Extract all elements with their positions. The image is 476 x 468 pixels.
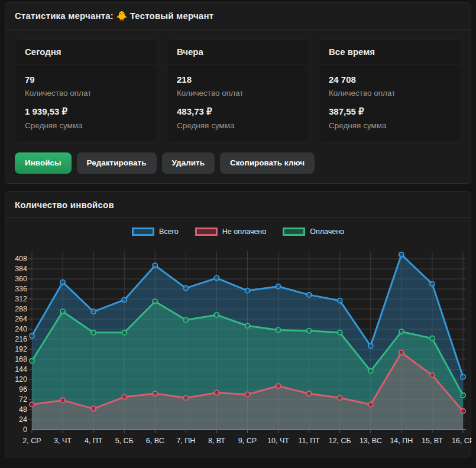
svg-text:72: 72 — [19, 395, 27, 404]
stat-card-title: Все время — [319, 40, 461, 64]
stat-card-title: Вчера — [167, 40, 309, 64]
svg-text:16, СР: 16, СР — [452, 437, 472, 445]
stat-card-title: Сегодня — [15, 40, 157, 64]
svg-text:4, ПТ: 4, ПТ — [85, 437, 103, 445]
svg-text:264: 264 — [15, 315, 27, 323]
copy-key-button[interactable]: Скопировать ключ — [220, 152, 315, 174]
page-title: Статистика мерчанта: — [15, 11, 116, 21]
svg-text:24: 24 — [19, 415, 27, 424]
svg-text:2, СР: 2, СР — [22, 437, 41, 445]
svg-text:216: 216 — [15, 335, 27, 343]
stat-card-all-time: Все время 24 708 Количество оплат 387,55… — [319, 39, 461, 143]
svg-text:9, СР: 9, СР — [238, 437, 257, 445]
average-amount-label: Средняя сумма — [177, 121, 299, 130]
svg-text:96: 96 — [19, 385, 27, 394]
svg-text:336: 336 — [15, 285, 27, 293]
svg-text:7, ПН: 7, ПН — [176, 437, 195, 445]
average-amount: 387,55 ₽ — [329, 106, 451, 117]
legend-item-0[interactable]: Всего — [132, 228, 179, 236]
stat-card-today: Сегодня 79 Количество оплат 1 939,53 ₽ С… — [15, 39, 157, 143]
svg-text:120: 120 — [15, 375, 27, 384]
svg-text:312: 312 — [15, 295, 27, 303]
stat-cards-row: Сегодня 79 Количество оплат 1 939,53 ₽ С… — [15, 39, 461, 143]
svg-text:6, ВС: 6, ВС — [146, 437, 164, 445]
svg-text:0: 0 — [23, 425, 27, 434]
svg-text:14, ПН: 14, ПН — [390, 437, 413, 445]
svg-text:288: 288 — [15, 305, 27, 313]
invoice-chart-panel: Количество инвойсов ВсегоНе оплаченоОпла… — [5, 191, 471, 457]
legend-label: Всего — [159, 228, 179, 236]
merchant-name: 🐥 Тестовый мерчант — [116, 11, 213, 21]
legend-swatch — [132, 228, 154, 236]
payments-count: 218 — [177, 74, 299, 84]
average-amount: 1 939,53 ₽ — [25, 106, 147, 117]
svg-text:5, СБ: 5, СБ — [115, 437, 134, 445]
svg-text:15, ВТ: 15, ВТ — [422, 437, 443, 445]
svg-text:168: 168 — [15, 355, 27, 363]
svg-text:48: 48 — [19, 405, 27, 414]
svg-text:12, СБ: 12, СБ — [329, 437, 351, 445]
legend-swatch — [283, 228, 305, 236]
svg-text:192: 192 — [15, 345, 27, 353]
invoices-button[interactable]: Инвойсы — [15, 152, 72, 174]
payments-count-label: Количество оплат — [329, 89, 451, 98]
svg-text:384: 384 — [15, 265, 27, 273]
svg-text:10, ЧТ: 10, ЧТ — [267, 437, 289, 445]
payments-count: 79 — [25, 74, 147, 84]
svg-text:11, ПТ: 11, ПТ — [298, 437, 320, 445]
merchant-stats-body: Сегодня 79 Количество оплат 1 939,53 ₽ С… — [5, 30, 471, 183]
svg-text:3, ЧТ: 3, ЧТ — [54, 437, 72, 445]
chart-legend: ВсегоНе оплаченоОплачено — [5, 228, 471, 236]
svg-text:240: 240 — [15, 325, 27, 333]
delete-button[interactable]: Удалить — [162, 152, 215, 174]
edit-button[interactable]: Редактировать — [77, 152, 157, 174]
legend-label: Не оплачено — [222, 228, 266, 236]
payments-count: 24 708 — [329, 74, 451, 84]
merchant-stats-title: Статистика мерчанта: 🐥 Тестовый мерчант — [5, 3, 471, 30]
legend-swatch — [195, 228, 218, 236]
stat-card-yesterday: Вчера 218 Количество оплат 483,73 ₽ Сред… — [167, 39, 309, 143]
svg-text:144: 144 — [15, 365, 27, 373]
average-amount-label: Средняя сумма — [329, 121, 451, 130]
legend-item-1[interactable]: Не оплачено — [195, 228, 266, 236]
invoice-chart[interactable]: 2448729612014416819221624026428831233636… — [5, 238, 472, 451]
svg-text:8, ВТ: 8, ВТ — [208, 437, 225, 445]
actions-row: Инвойсы Редактировать Удалить Скопироват… — [15, 152, 461, 174]
payments-count-label: Количество оплат — [177, 89, 299, 98]
dashboard-page: Статистика мерчанта: 🐥 Тестовый мерчант … — [0, 0, 476, 460]
svg-text:13, ВС: 13, ВС — [360, 437, 382, 445]
legend-item-2[interactable]: Оплачено — [283, 228, 344, 236]
average-amount-label: Средняя сумма — [25, 121, 147, 130]
merchant-stats-panel: Статистика мерчанта: 🐥 Тестовый мерчант … — [5, 2, 471, 184]
payments-count-label: Количество оплат — [25, 89, 147, 98]
chart-section-title: Количество инвойсов — [5, 192, 471, 218]
chart-body: ВсегоНе оплаченоОплачено 244872961201441… — [5, 218, 471, 457]
legend-label: Оплачено — [310, 228, 344, 236]
svg-text:408: 408 — [15, 255, 27, 263]
average-amount: 483,73 ₽ — [177, 106, 299, 117]
svg-text:360: 360 — [15, 275, 27, 283]
